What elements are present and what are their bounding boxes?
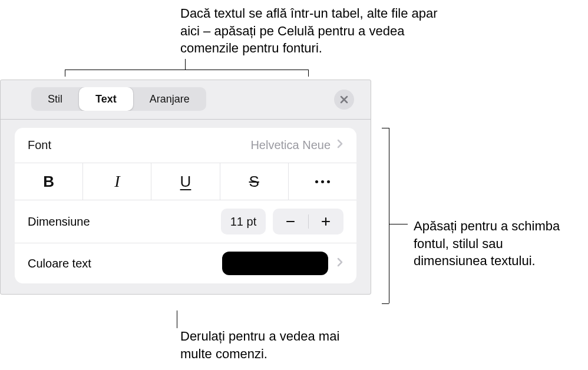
more-icon bbox=[315, 180, 330, 183]
chevron-right-icon bbox=[336, 138, 343, 152]
close-icon bbox=[339, 95, 349, 104]
font-row[interactable]: Font Helvetica Neue bbox=[15, 128, 356, 163]
italic-button[interactable]: I bbox=[83, 163, 151, 200]
text-settings-card: Font Helvetica Neue B I U S Dime bbox=[15, 128, 356, 283]
text-color-swatch[interactable] bbox=[222, 252, 328, 275]
italic-icon: I bbox=[114, 172, 120, 191]
tab-aranjare[interactable]: Aranjare bbox=[133, 87, 206, 111]
size-increase-button[interactable] bbox=[309, 216, 344, 227]
size-label: Dimensiune bbox=[28, 215, 214, 229]
strikethrough-icon: S bbox=[249, 173, 259, 191]
bold-button[interactable]: B bbox=[15, 163, 83, 200]
bracket-right-v bbox=[389, 128, 389, 303]
tab-segmented-control: Stil Text Aranjare bbox=[31, 87, 206, 111]
size-row: Dimensiune 11 pt bbox=[15, 200, 356, 243]
header-separator bbox=[1, 119, 371, 120]
font-label: Font bbox=[28, 138, 250, 152]
minus-icon bbox=[285, 216, 296, 227]
panel-header: Stil Text Aranjare bbox=[1, 80, 371, 119]
font-value: Helvetica Neue bbox=[250, 138, 331, 152]
bracket-right-b bbox=[382, 303, 389, 304]
more-styles-button[interactable] bbox=[289, 163, 356, 200]
tab-stil[interactable]: Stil bbox=[31, 87, 79, 111]
bracket-top-l bbox=[65, 70, 65, 77]
callout-right: Apăsați pentru a schimba fontul, stilul … bbox=[414, 217, 579, 270]
text-color-label: Culoare text bbox=[28, 257, 214, 270]
format-panel: Stil Text Aranjare Font Helvetica Neue B… bbox=[0, 80, 371, 295]
tab-text[interactable]: Text bbox=[79, 87, 133, 111]
size-stepper bbox=[273, 209, 343, 234]
bracket-right-t bbox=[382, 128, 389, 128]
bold-icon: B bbox=[43, 173, 54, 191]
text-color-row[interactable]: Culoare text bbox=[15, 243, 356, 283]
strikethrough-button[interactable]: S bbox=[220, 163, 289, 200]
underline-button[interactable]: U bbox=[151, 163, 220, 200]
size-value: 11 pt bbox=[221, 209, 266, 234]
callout-top: Dacă textul se află într-un tabel, alte … bbox=[180, 5, 451, 57]
chevron-right-icon bbox=[336, 257, 343, 270]
bracket-top-stem bbox=[185, 59, 186, 70]
underline-icon: U bbox=[180, 173, 191, 191]
bracket-top-r bbox=[308, 70, 309, 77]
text-style-row: B I U S bbox=[15, 163, 356, 200]
close-button[interactable] bbox=[334, 90, 354, 110]
bracket-right-stem bbox=[389, 224, 408, 224]
plus-icon bbox=[320, 216, 332, 227]
size-decrease-button[interactable] bbox=[273, 216, 308, 227]
callout-bottom-stem bbox=[177, 310, 177, 328]
callout-bottom: Derulați pentru a vedea mai multe comenz… bbox=[180, 328, 357, 362]
bracket-top-h bbox=[65, 70, 309, 70]
